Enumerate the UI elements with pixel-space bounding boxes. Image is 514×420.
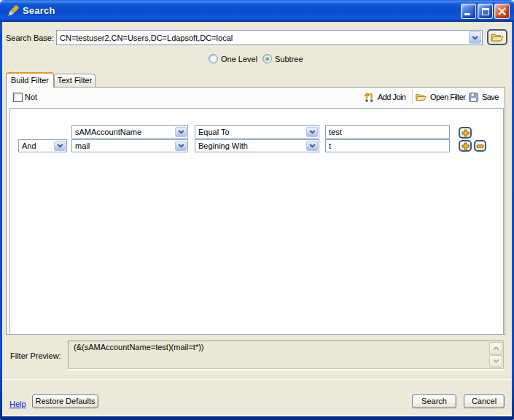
save-button[interactable]: Save — [469, 92, 499, 102]
row2-operator-value: Begining With — [198, 141, 248, 150]
pencil-icon — [7, 5, 19, 18]
row2-join-combobox[interactable]: And — [18, 139, 67, 152]
row1-attribute-dropdown-button[interactable] — [175, 127, 187, 137]
open-filter-folder-icon — [416, 93, 427, 101]
cancel-button[interactable]: Cancel — [464, 394, 505, 408]
restore-defaults-button[interactable]: Restore Defaults — [32, 394, 98, 408]
scroll-down-button[interactable] — [489, 355, 502, 368]
row1-value-input[interactable] — [325, 125, 450, 139]
tab-text-filter[interactable]: Text Filter — [54, 74, 96, 87]
scroll-up-button[interactable] — [489, 342, 502, 355]
minimize-icon — [464, 13, 470, 15]
row2-operator-combobox[interactable]: Begining With — [195, 139, 319, 152]
row2-attribute-value: mail — [75, 141, 90, 150]
row2-join-dropdown-button[interactable] — [54, 141, 66, 151]
plus-icon — [462, 142, 470, 150]
close-button[interactable] — [494, 4, 510, 19]
search-base-value: CN=testuser2,CN=Users,DC=Ldapsoft,DC=loc… — [60, 34, 233, 42]
save-floppy-icon — [469, 93, 478, 102]
help-link[interactable]: Help — [9, 400, 26, 408]
not-label: Not — [25, 92, 37, 102]
frame-edge — [2, 415, 512, 416]
chevron-down-icon — [57, 144, 63, 148]
folder-open-icon — [491, 32, 504, 42]
search-base-label: Search Base: — [6, 33, 54, 43]
tab-build-filter[interactable]: Build Filter — [6, 72, 54, 88]
row2-join-value: And — [22, 141, 36, 150]
chevron-down-icon — [493, 359, 499, 363]
add-join-label: Add Join — [378, 93, 405, 101]
browse-base-button[interactable] — [487, 29, 507, 45]
add-join-button[interactable]: Add Join — [364, 92, 405, 102]
footer-separator — [2, 378, 512, 378]
close-icon — [497, 7, 507, 16]
titlebar[interactable]: Search — [0, 0, 514, 22]
row1-operator-combobox[interactable]: Equal To — [195, 125, 319, 139]
row1-attribute-value: sAMAccountName — [75, 128, 141, 136]
add-join-icon — [364, 92, 374, 102]
subtree-label: Subtree — [275, 54, 303, 64]
preview-scrollbar[interactable] — [489, 342, 502, 368]
chevron-up-icon — [493, 346, 499, 351]
toolbar-separator — [412, 90, 413, 104]
one-level-label: One Level — [221, 54, 257, 64]
row2-value-input[interactable] — [325, 139, 450, 152]
search-button[interactable]: Search — [412, 394, 456, 408]
row2-add-condition-button[interactable] — [459, 140, 472, 152]
row2-operator-dropdown-button[interactable] — [306, 141, 318, 151]
row2-attribute-dropdown-button[interactable] — [175, 141, 187, 151]
subtree-radio[interactable] — [262, 54, 272, 63]
open-filter-button[interactable]: Open Filter — [416, 92, 465, 102]
row2-attribute-combobox[interactable]: mail — [71, 139, 188, 152]
search-dialog: Search Search Base: CN=testuser2,CN=User… — [0, 0, 514, 420]
save-label: Save — [482, 93, 499, 101]
minus-icon — [476, 142, 484, 150]
row2-remove-condition-button[interactable] — [474, 140, 486, 152]
row1-operator-dropdown-button[interactable] — [306, 127, 318, 137]
row1-attribute-combobox[interactable]: sAMAccountName — [71, 125, 188, 139]
window-controls — [461, 4, 510, 19]
row1-operator-value: Equal To — [198, 128, 230, 136]
chevron-down-icon — [309, 144, 316, 148]
search-base-dropdown-button[interactable] — [469, 31, 481, 44]
chevron-down-icon — [309, 130, 316, 134]
filter-preview-value: (&(sAMAccountName=test)(mail=t*)) — [74, 343, 204, 352]
plus-icon — [462, 129, 470, 137]
chevron-down-icon — [178, 144, 184, 148]
open-filter-label: Open Filter — [430, 93, 465, 101]
filter-preview-box: (&(sAMAccountName=test)(mail=t*)) — [68, 341, 504, 369]
one-level-radio[interactable] — [209, 54, 218, 63]
chevron-down-icon — [178, 130, 184, 134]
row1-add-condition-button[interactable] — [459, 127, 472, 139]
not-checkbox[interactable] — [13, 93, 23, 102]
chevron-down-icon — [472, 36, 478, 40]
window-title: Search — [23, 5, 55, 16]
search-base-combobox[interactable]: CN=testuser2,CN=Users,DC=Ldapsoft,DC=loc… — [56, 30, 483, 45]
minimize-button[interactable] — [461, 4, 476, 19]
maximize-button[interactable] — [478, 4, 493, 19]
filter-preview-label: Filter Preview: — [10, 351, 61, 361]
maximize-icon — [482, 8, 489, 15]
